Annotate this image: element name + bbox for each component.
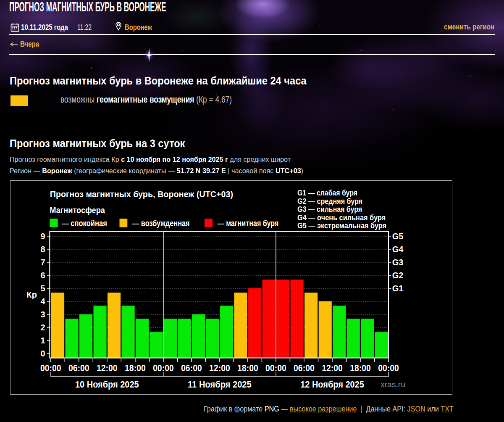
svg-text:9: 9: [40, 232, 45, 241]
svg-text:G1: G1: [392, 284, 404, 293]
svg-text:00:00: 00:00: [378, 363, 399, 373]
svg-text:— спокойная: — спокойная: [62, 219, 107, 228]
svg-text:12:00: 12:00: [97, 363, 118, 373]
svg-text:6: 6: [40, 271, 45, 280]
svg-text:11 Ноября 2025: 11 Ноября 2025: [188, 380, 252, 390]
svg-text:1: 1: [40, 336, 45, 345]
svg-text:Кр: Кр: [26, 290, 37, 299]
svg-text:G4: G4: [392, 245, 404, 254]
svg-text:00:00: 00:00: [265, 363, 286, 373]
svg-text:10 Ноября 2025: 10 Ноября 2025: [75, 380, 139, 390]
svg-text:18:00: 18:00: [125, 363, 146, 373]
svg-text:0: 0: [40, 349, 45, 358]
svg-text:12:00: 12:00: [322, 363, 343, 373]
svg-text:18:00: 18:00: [237, 363, 258, 373]
svg-text:G5 — экстремальная буря: G5 — экстремальная буря: [297, 222, 386, 230]
svg-text:8: 8: [40, 245, 45, 254]
svg-text:3: 3: [40, 310, 45, 319]
svg-text:— возбужденная: — возбужденная: [132, 219, 190, 228]
svg-text:Прогноз магнитных бурь, Вороне: Прогноз магнитных бурь, Воронеж (UTC+03): [50, 189, 234, 199]
svg-text:Магнитосфера: Магнитосфера: [50, 205, 105, 215]
svg-text:06:00: 06:00: [294, 363, 315, 373]
svg-text:2: 2: [40, 323, 45, 332]
svg-text:12:00: 12:00: [209, 363, 230, 373]
svg-text:G3: G3: [392, 258, 404, 267]
svg-text:G2 — средняя буря: G2 — средняя буря: [297, 197, 362, 206]
svg-text:06:00: 06:00: [181, 363, 202, 373]
svg-text:4: 4: [40, 297, 45, 306]
svg-text:7: 7: [40, 258, 45, 267]
svg-text:00:00: 00:00: [40, 363, 61, 373]
svg-text:5: 5: [40, 284, 45, 293]
svg-text:G1 — слабая буря: G1 — слабая буря: [297, 189, 357, 197]
svg-text:G2: G2: [392, 271, 404, 280]
svg-text:G5: G5: [392, 232, 404, 241]
svg-text:12 Ноября 2025: 12 Ноября 2025: [300, 380, 364, 390]
svg-text:18:00: 18:00: [350, 363, 371, 373]
svg-text:G3 — сильная буря: G3 — сильная буря: [297, 205, 362, 214]
svg-text:— магнитная буря: — магнитная буря: [218, 219, 279, 228]
svg-text:00:00: 00:00: [153, 363, 174, 373]
svg-text:xras.ru: xras.ru: [381, 380, 405, 389]
svg-text:G4 — очень сильная буря: G4 — очень сильная буря: [297, 214, 386, 222]
svg-text:06:00: 06:00: [68, 363, 89, 373]
